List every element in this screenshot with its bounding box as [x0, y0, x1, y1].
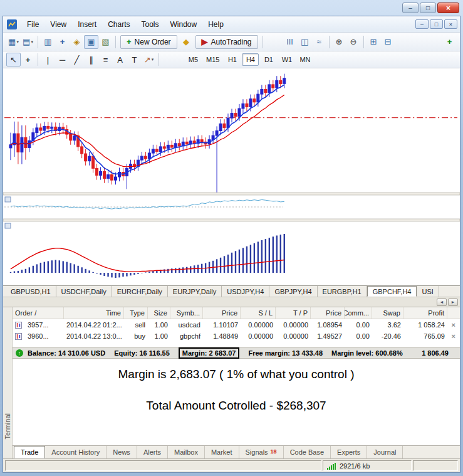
column-header-size[interactable]: Size [148, 307, 170, 319]
market-watch-icon[interactable]: ▥ [41, 35, 55, 49]
new-order-button[interactable]: +New Order [120, 35, 177, 49]
toolbar-separator [263, 36, 263, 48]
chart-tab-eurjpy-daily[interactable]: EURJPY,Daily [168, 286, 222, 297]
metaeditor-icon[interactable]: ◆ [179, 35, 194, 49]
close-position-button[interactable]: × [447, 332, 460, 340]
column-header-time[interactable]: Time [64, 307, 124, 319]
arrows-tool-icon[interactable]: ↗▾ [142, 53, 156, 66]
vertical-line-icon[interactable]: | [41, 53, 55, 66]
strategy-tester-icon[interactable]: ▧ [98, 35, 113, 49]
profiles-icon[interactable]: ▤▾ [21, 35, 35, 49]
tabs-scroll-left-button[interactable]: ◄ [437, 299, 447, 306]
terminal-tab-trade[interactable]: Trade [14, 446, 45, 458]
dropdown-caret-icon: ▾ [152, 57, 154, 62]
status-bar: 2921/6 kb [3, 458, 460, 472]
title-bar[interactable]: – □ × [3, 0, 460, 16]
maximize-button[interactable]: □ [420, 3, 436, 13]
terminal-tab-journal[interactable]: Journal [367, 446, 403, 458]
terminal-tab-market[interactable]: Market [205, 446, 239, 458]
fibonacci-icon[interactable]: ≡ [98, 53, 113, 66]
zoom-out-icon[interactable]: ⊖ [346, 35, 361, 49]
toolbar-separator [363, 36, 364, 48]
navigator-icon[interactable]: ◈ [70, 35, 84, 49]
trendline-icon[interactable]: ╱ [70, 53, 84, 66]
terminal-tab-experts[interactable]: Experts [331, 446, 367, 458]
menu-tools[interactable]: Tools [136, 18, 165, 31]
cursor-icon[interactable]: ↖ [6, 53, 21, 66]
zoom-in-icon[interactable]: ⊕ [332, 35, 346, 49]
tabs-scroll-right-button[interactable]: ► [448, 299, 458, 306]
terminal-icon[interactable]: ▣ [84, 35, 98, 49]
chart-tab-usi[interactable]: USI [417, 286, 439, 297]
indicator-window-icon[interactable] [5, 197, 11, 202]
column-header-price2[interactable]: Price [311, 307, 345, 319]
terminal-tab-mailbox[interactable]: Mailbox [168, 446, 205, 458]
menu-insert[interactable]: Insert [72, 18, 102, 31]
timeframe-h4-button[interactable]: H4 [242, 53, 259, 66]
menu-view[interactable]: View [44, 18, 72, 31]
menu-charts[interactable]: Charts [102, 18, 135, 31]
deposit-arrow-icon: ↑ [16, 349, 23, 357]
chart-tab-eurchf-daily[interactable]: EURCHF,Daily [112, 286, 168, 297]
indicator-window-icon[interactable] [5, 223, 11, 228]
chart-tab-usdchf-daily[interactable]: USDCHF,Daily [56, 286, 112, 297]
text-tool-icon[interactable]: A [113, 53, 127, 66]
terminal-tab-code-base[interactable]: Code Base [284, 446, 331, 458]
data-window-icon[interactable]: + [55, 35, 70, 49]
column-header-order[interactable]: Order / [13, 307, 64, 319]
label-tool-icon[interactable]: T [127, 53, 142, 66]
tile-windows-icon[interactable]: ⊟ [381, 35, 395, 49]
chart-minimize-button[interactable]: – [415, 19, 429, 29]
minimize-button[interactable]: – [402, 3, 419, 13]
chart-candlesticks-icon[interactable]: ◫ [298, 35, 312, 49]
timeframe-mn-button[interactable]: MN [296, 53, 313, 66]
crosshair-icon[interactable]: + [21, 53, 35, 66]
chart-tab-eurgbp-h1[interactable]: EURGBP,H1 [318, 286, 367, 297]
close-position-button[interactable]: × [447, 321, 460, 329]
chart-tab-usdjpy-h4[interactable]: USDJPY,H4 [222, 286, 269, 297]
order-row-gbpchf[interactable]: 3960...2014.04.22 13:0...buy1.00gbpchf1.… [13, 331, 460, 342]
chart-line-icon[interactable]: ≈ [312, 35, 326, 49]
column-header-comm[interactable]: Comm... [345, 307, 372, 319]
timeframe-w1-button[interactable]: W1 [278, 53, 295, 66]
chart-tab-gbpchf-h4[interactable]: GBPCHF,H4 [367, 286, 417, 297]
cell-tp: 0.00000 [276, 321, 311, 329]
terminal-tab-news[interactable]: News [107, 446, 137, 458]
cell-order: 3960... [25, 332, 64, 340]
terminal-tab-alerts[interactable]: Alerts [137, 446, 168, 458]
column-header-profit[interactable]: Profit [403, 307, 447, 319]
chart-tab-gbpjpy-h4[interactable]: GBPJPY,H4 [269, 286, 317, 297]
column-header-sl[interactable]: S / L [241, 307, 276, 319]
timeframe-d1-button[interactable]: D1 [260, 53, 277, 66]
column-header-tp[interactable]: T / P [276, 307, 311, 319]
chart-restore-button[interactable]: □ [430, 19, 443, 29]
chart-bars-icon[interactable]: ||| [283, 35, 298, 49]
terminal-sidebar: Terminal [3, 307, 13, 458]
terminal-tab-account-history[interactable]: Account History [45, 446, 107, 458]
chart-canvas[interactable] [3, 68, 460, 285]
order-row-usdcad[interactable]: 3957...2014.04.22 01:2...sell1.00usdcad1… [13, 319, 460, 331]
horizontal-line-icon[interactable]: ─ [55, 53, 70, 66]
menu-file[interactable]: File [21, 18, 44, 31]
column-header-symbol[interactable]: Symb... [170, 307, 203, 319]
add-chart-icon[interactable]: + [442, 35, 457, 49]
chart-tabs-bar: GBPUSD,H1USDCHF,DailyEURCHF,DailyEURJPY,… [3, 285, 460, 297]
cell-price2: 1.49527 [311, 332, 345, 340]
chart-close-button[interactable]: × [444, 19, 457, 29]
chart-tab-gbpusd-h1[interactable]: GBPUSD,H1 [6, 286, 56, 297]
column-header-type[interactable]: Type [124, 307, 148, 319]
menu-help[interactable]: Help [202, 18, 229, 31]
autotrading-button[interactable]: ▶AutoTrading [195, 35, 258, 49]
terminal-tab-signals[interactable]: Signals18 [239, 446, 284, 458]
column-header-price[interactable]: Price [203, 307, 241, 319]
equidistant-channel-icon[interactable]: ∥ [84, 53, 98, 66]
menu-window[interactable]: Window [165, 18, 203, 31]
new-chart-icon[interactable]: ▦▾ [6, 35, 21, 49]
timeframe-h1-button[interactable]: H1 [224, 53, 241, 66]
timeframe-m5-button[interactable]: M5 [185, 53, 202, 66]
column-header-swap[interactable]: Swap [372, 307, 403, 319]
toolbar-separator [38, 36, 38, 48]
timeframe-m15-button[interactable]: M15 [203, 53, 222, 66]
close-button[interactable]: × [437, 3, 459, 13]
cascade-windows-icon[interactable]: ⊞ [367, 35, 381, 49]
